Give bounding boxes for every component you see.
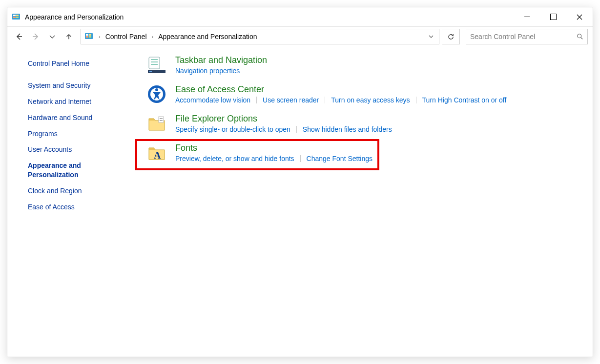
- maximize-button[interactable]: [540, 7, 566, 26]
- sidebar-home[interactable]: Control Panel Home: [28, 59, 127, 68]
- window-controls: [514, 7, 593, 26]
- sidebar-item-ease-of-access[interactable]: Ease of Access: [28, 202, 127, 212]
- svg-point-24: [160, 118, 161, 119]
- folder-options-icon: [147, 114, 166, 133]
- search-icon[interactable]: [573, 33, 587, 40]
- link-navigation-properties[interactable]: Navigation properties: [175, 67, 240, 75]
- category-title[interactable]: File Explorer Options: [175, 114, 392, 124]
- control-panel-icon: [84, 32, 94, 41]
- link-use-screen-reader[interactable]: Use screen reader: [263, 96, 319, 104]
- address-bar[interactable]: › Control Panel › Appearance and Persona…: [81, 29, 439, 44]
- refresh-button[interactable]: [442, 29, 460, 44]
- sidebar-item-appearance[interactable]: Appearance and Personalization: [28, 161, 127, 180]
- category-title[interactable]: Taskbar and Navigation: [175, 55, 267, 65]
- svg-rect-9: [89, 34, 91, 36]
- svg-rect-8: [86, 34, 88, 36]
- link-turn-high-contrast[interactable]: Turn High Contrast on or off: [422, 96, 507, 104]
- link-show-hidden-files[interactable]: Show hidden files and folders: [303, 125, 392, 133]
- forward-button[interactable]: [29, 30, 42, 43]
- sidebar-item-clock-region[interactable]: Clock and Region: [28, 186, 127, 196]
- title-bar: Appearance and Personalization: [7, 7, 593, 27]
- category-file-explorer-options: File Explorer Options Specify single- or…: [147, 114, 588, 133]
- highlight-box: [135, 139, 379, 170]
- control-panel-window: Appearance and Personalization ›: [7, 7, 593, 357]
- chevron-right-icon[interactable]: ›: [96, 34, 103, 40]
- svg-point-12: [578, 34, 581, 38]
- main-panel: Taskbar and Navigation Navigation proper…: [134, 55, 593, 357]
- link-accommodate-low-vision[interactable]: Accommodate low vision: [175, 96, 250, 104]
- link-single-double-click[interactable]: Specify single- or double-click to open: [175, 125, 290, 133]
- sidebar-item-hardware-sound[interactable]: Hardware and Sound: [28, 113, 127, 122]
- link-turn-on-easy-access-keys[interactable]: Turn on easy access keys: [331, 96, 410, 104]
- search-input[interactable]: [466, 32, 573, 41]
- up-button[interactable]: [62, 30, 76, 43]
- svg-rect-2: [16, 15, 19, 16]
- back-button[interactable]: [12, 30, 26, 43]
- svg-rect-14: [149, 57, 160, 69]
- category-ease-of-access: Ease of Access Center Accommodate low vi…: [147, 84, 588, 104]
- breadcrumb-appearance[interactable]: Appearance and Personalization: [156, 32, 259, 41]
- svg-rect-19: [149, 71, 152, 72]
- category-title[interactable]: Ease of Access Center: [175, 84, 506, 95]
- svg-rect-1: [13, 15, 16, 16]
- svg-rect-11: [89, 36, 91, 38]
- sidebar: Control Panel Home System and Security N…: [7, 55, 134, 357]
- minimize-button[interactable]: [514, 7, 540, 26]
- sidebar-item-programs[interactable]: Programs: [28, 129, 127, 139]
- svg-rect-10: [86, 36, 88, 38]
- svg-point-22: [155, 88, 158, 91]
- address-dropdown-button[interactable]: [425, 33, 437, 41]
- svg-rect-23: [159, 117, 164, 122]
- svg-rect-4: [16, 17, 19, 18]
- search-box[interactable]: [466, 29, 588, 44]
- category-taskbar-navigation: Taskbar and Navigation Navigation proper…: [147, 55, 588, 75]
- navigation-toolbar: › Control Panel › Appearance and Persona…: [7, 27, 593, 48]
- close-button[interactable]: [566, 7, 593, 26]
- ease-of-access-icon: [147, 84, 166, 104]
- svg-point-26: [160, 120, 161, 121]
- svg-rect-3: [13, 17, 16, 18]
- sidebar-item-network-internet[interactable]: Network and Internet: [28, 97, 127, 106]
- chevron-right-icon[interactable]: ›: [149, 34, 157, 40]
- window-title: Appearance and Personalization: [25, 13, 124, 21]
- breadcrumb-control-panel[interactable]: Control Panel: [103, 32, 149, 41]
- taskbar-icon: [147, 55, 166, 75]
- sidebar-item-system-security[interactable]: System and Security: [28, 81, 127, 90]
- sidebar-item-user-accounts[interactable]: User Accounts: [28, 145, 127, 154]
- recent-locations-button[interactable]: [45, 30, 59, 43]
- content-area: Control Panel Home System and Security N…: [7, 48, 593, 357]
- app-icon: [11, 12, 21, 22]
- svg-line-13: [581, 38, 583, 40]
